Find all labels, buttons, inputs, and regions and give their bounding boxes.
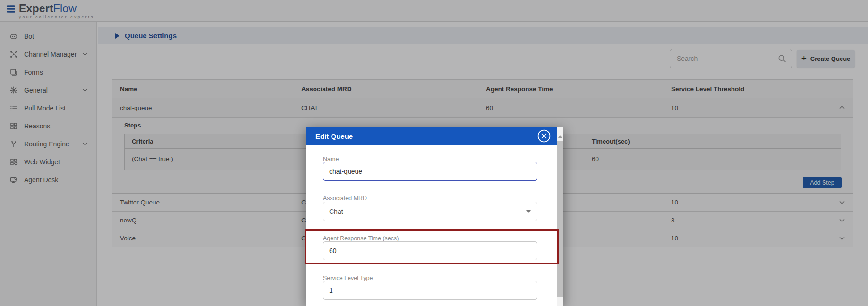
modal-scrollbar[interactable] (557, 127, 563, 306)
modal-header: Edit Queue (306, 127, 557, 145)
scroll-up-arrow-icon[interactable] (558, 131, 562, 140)
mrd-field-label: Associated MRD (323, 195, 367, 202)
mrd-selected-value: Chat (329, 208, 343, 215)
scrollbar-thumb[interactable] (557, 141, 563, 298)
agent-response-time-field[interactable] (323, 241, 537, 260)
modal-title: Edit Queue (315, 132, 353, 140)
mrd-select[interactable]: Chat (323, 202, 537, 221)
name-field[interactable] (323, 162, 537, 181)
name-field-label: Name (323, 156, 339, 162)
service-level-type-field[interactable] (323, 281, 537, 300)
agent-response-time-field-label: Agent Response Time (secs) (323, 235, 399, 242)
caret-down-icon (526, 210, 531, 213)
close-button[interactable] (537, 129, 551, 143)
service-level-type-field-label: Service Level Type (323, 275, 373, 281)
edit-queue-modal: Edit Queue Name Associated MRD Chat Agen… (306, 127, 563, 306)
close-icon (537, 129, 551, 143)
